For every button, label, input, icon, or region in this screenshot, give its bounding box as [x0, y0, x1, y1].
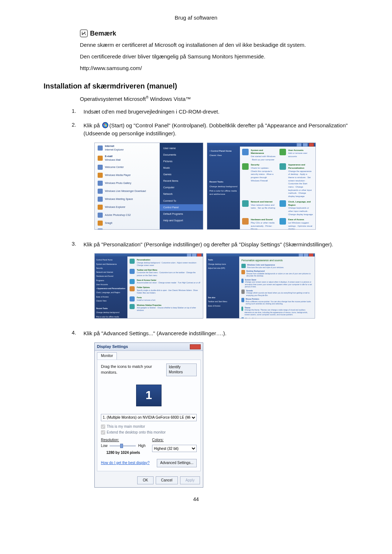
ok-button[interactable]: OK: [137, 476, 153, 485]
step-text-2: Klik på (Start) og "Control Panel" (Kont…: [83, 122, 348, 235]
extend-desktop-checkbox: [101, 430, 105, 435]
resolution-slider[interactable]: [110, 445, 136, 447]
note-paragraph-1: Denne skærm er certificeret af Microsoft…: [80, 41, 341, 49]
step-text-4: Klik på "Advanced Settings..." (Avancere…: [83, 329, 348, 488]
screenshot-control-panel: • Control Panel Home Classic View Recent…: [207, 143, 316, 230]
screenshot-personalization-panel: Tasks Change desktop icons Adjust font s…: [206, 253, 315, 319]
step-text-1: Indsæt cd'en med brugervejledningen i CD…: [83, 108, 348, 116]
windows-start-orb-icon: [102, 122, 109, 128]
step-number-1: 1.: [69, 108, 76, 114]
step-text-3: Klik på "Personalization" (Personlige in…: [83, 241, 348, 324]
step-number-3: 3.: [69, 241, 76, 247]
dialog-title: Display Settings: [97, 344, 128, 350]
screenshot-appearance-panel: Control Panel Home System and Maintenanc…: [94, 253, 203, 319]
advanced-settings-button[interactable]: Advanced Settings...: [157, 459, 197, 467]
window-maximize-icon[interactable]: [303, 143, 308, 147]
window-minimize-icon[interactable]: [297, 143, 302, 147]
subheading: Operativsystemet Microsoft® Windows Vist…: [80, 95, 348, 102]
page-number: 44: [44, 496, 348, 502]
main-monitor-checkbox: [101, 424, 105, 429]
help-link[interactable]: How do I get the best display?: [101, 460, 150, 466]
note-paragraph-2: Den certificerede driver bliver tilgænge…: [80, 53, 341, 61]
identify-monitors-button[interactable]: Identify Monitors: [166, 364, 197, 376]
tab-monitor[interactable]: Monitor: [97, 352, 117, 360]
screenshot-display-settings: Display Settings Monitor Drag the icons …: [94, 342, 203, 488]
start-menu-control-panel[interactable]: Control Panel: [160, 204, 203, 211]
monitor-dropdown[interactable]: 1. (Multiple Monitors) on NVIDIA GeForce…: [101, 414, 197, 421]
resolution-value: 1280 by 1024 pixels: [101, 450, 146, 456]
window-close-icon[interactable]: [309, 143, 314, 147]
svg-point-1: [103, 123, 108, 128]
drag-instruction: Drag the icons to match your monitors.: [101, 364, 166, 376]
note-icon: [80, 29, 88, 37]
cancel-button[interactable]: Cancel: [156, 476, 178, 485]
section-heading: Installation af skærmdriveren (manuel): [44, 82, 348, 90]
page-header: Brug af softwaren: [44, 15, 348, 21]
dialog-close-icon[interactable]: [190, 344, 201, 349]
apply-button: Apply: [180, 476, 200, 485]
note-label: Bemærk: [90, 30, 116, 37]
note-url: http://www.samsung.com/: [80, 64, 341, 72]
step-number-4: 4.: [69, 329, 76, 336]
step-number-2: 2.: [69, 122, 76, 128]
screenshot-start-menu: InternetInternet Explorer E-mailWindows …: [94, 143, 203, 230]
monitor-thumbnail[interactable]: 1: [136, 385, 162, 406]
colors-dropdown[interactable]: Highest (32 bit): [152, 445, 197, 452]
